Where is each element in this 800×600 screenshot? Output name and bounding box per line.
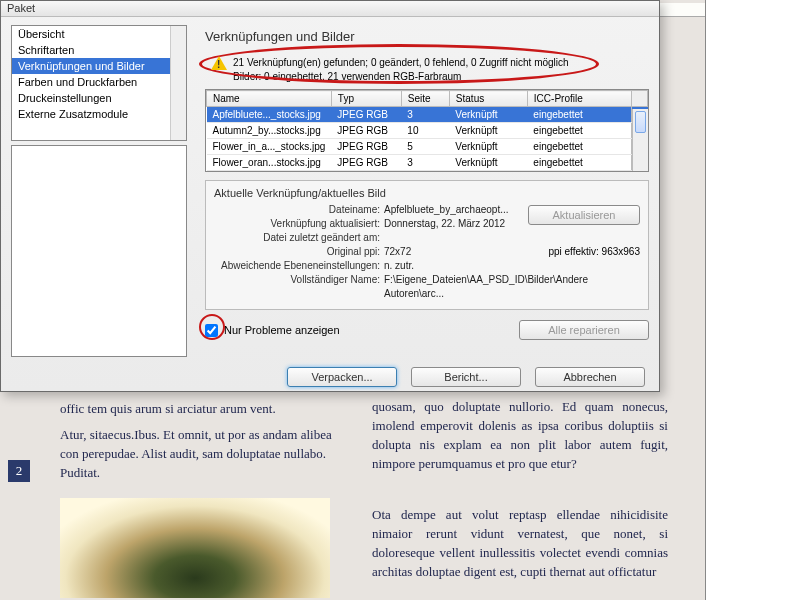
cell-name: Flower_oran...stocks.jpg [207,155,332,171]
cell-typ: JPEG RGB [331,123,401,139]
body-text-left-2: Atur, sitaecus.Ibus. Et omnit, ut por as… [60,426,335,483]
cell-icc: eingebettet [527,123,631,139]
detail-title: Aktuelle Verknüpfung/aktuelles Bild [214,187,640,199]
show-problems-label: Nur Probleme anzeigen [224,324,340,336]
sidebar-item-links[interactable]: Verknüpfungen und Bilder [12,58,186,74]
detail-row: Abweichende Ebeneneinstellungen:n. zutr. [214,259,640,273]
detail-ppi-effective: ppi effektiv: 963x963 [548,245,640,259]
cell-status: Verknüpft [449,155,527,171]
sidebar-list[interactable]: Übersicht Schriftarten Verknüpfungen und… [11,25,187,141]
table-row[interactable]: Flower_oran...stocks.jpgJPEG RGB3Verknüp… [207,155,648,171]
page-edge [705,0,800,600]
cell-icc: eingebettet [527,139,631,155]
body-text-left-1: offic tem quis arum si arciatur arum ven… [60,400,335,419]
cell-status: Verknüpft [449,123,527,139]
sidebar-item-colors[interactable]: Farben und Druckfarben [12,74,186,90]
repair-all-button[interactable]: Alle reparieren [519,320,649,340]
report-button[interactable]: Bericht... [411,367,521,387]
col-name[interactable]: Name [207,91,332,107]
col-page[interactable]: Seite [401,91,449,107]
alert-line-2: Bilder: 0 eingebettet, 21 verwenden RGB-… [233,70,649,84]
col-icc[interactable]: ICC-Profile [527,91,631,107]
table-row[interactable]: Autumn2_by...stocks.jpgJPEG RGB10Verknüp… [207,123,648,139]
body-text-right-2: Ota dempe aut volut reptasp ellendae nih… [372,506,668,581]
detail-value: 72x72 [384,245,488,259]
sidebar-item-fonts[interactable]: Schriftarten [12,42,186,58]
alert-line-1: 21 Verknüpfung(en) gefunden; 0 geändert,… [233,56,649,70]
cell-seite: 3 [401,107,449,123]
detail-row: Vollständiger Name:F:\Eigene_Dateien\AA_… [214,273,640,301]
detail-value: n. zutr. [384,259,640,273]
cell-seite: 3 [401,155,449,171]
detail-label: Datei zuletzt geändert am: [214,231,384,245]
package-button[interactable]: Verpacken... [287,367,397,387]
panel-heading: Verknüpfungen und Bilder [205,25,649,54]
col-type[interactable]: Typ [331,91,401,107]
cell-typ: JPEG RGB [331,139,401,155]
detail-label: Vollständiger Name: [214,273,384,301]
cell-status: Verknüpft [449,107,527,123]
dialog-title[interactable]: Paket [1,1,659,17]
package-dialog: Paket Übersicht Schriftarten Verknüpfung… [0,0,660,392]
cell-icc: eingebettet [527,107,631,123]
detail-label: Dateiname: [214,203,384,217]
detail-label: Verknüpfung aktualisiert: [214,217,384,231]
cell-name: Apfelbluete..._stocks.jpg [207,107,332,123]
sidebar-item-print[interactable]: Druckeinstellungen [12,90,186,106]
show-problems-checkbox[interactable] [205,324,218,337]
cell-typ: JPEG RGB [331,107,401,123]
grid-scrollbar[interactable] [632,109,648,171]
cell-icc: eingebettet [527,155,631,171]
detail-label: Original ppi: [214,245,384,259]
alert-summary: 21 Verknüpfung(en) gefunden; 0 geändert,… [205,54,649,89]
sidebar-item-plugins[interactable]: Externe Zusatzmodule [12,106,186,122]
links-grid[interactable]: Name Typ Seite Status ICC-Profile Apfelb… [205,89,649,172]
page-number: 2 [8,460,30,482]
cell-name: Flower_in_a..._stocks.jpg [207,139,332,155]
table-row[interactable]: Flower_in_a..._stocks.jpgJPEG RGB5Verknü… [207,139,648,155]
dialog-button-row: Verpacken... Bericht... Abbrechen [1,357,659,397]
detail-value: F:\Eigene_Dateien\AA_PSD_ID\Bilder\Ander… [384,273,640,301]
table-row[interactable]: Apfelbluete..._stocks.jpgJPEG RGB3Verknü… [207,107,648,123]
detail-value [384,231,640,245]
sidebar-scrollbar[interactable] [170,26,186,140]
cell-status: Verknüpft [449,139,527,155]
cell-name: Autumn2_by...stocks.jpg [207,123,332,139]
placed-image [60,498,330,598]
col-status[interactable]: Status [449,91,527,107]
body-text-right-1: quosam, quo doluptate nullorio. Ed quam … [372,398,668,473]
sidebar-empty-list [11,145,187,357]
detail-row: Datei zuletzt geändert am: [214,231,640,245]
dialog-sidebar: Übersicht Schriftarten Verknüpfungen und… [11,25,187,357]
detail-label: Abweichende Ebeneneinstellungen: [214,259,384,273]
detail-row: Original ppi:72x72ppi effektiv: 963x963 [214,245,640,259]
cell-seite: 5 [401,139,449,155]
sidebar-item-overview[interactable]: Übersicht [12,26,186,42]
detail-box: Aktuelle Verknüpfung/aktuelles Bild Aktu… [205,180,649,310]
grid-scroll-thumb[interactable] [635,111,646,133]
update-button[interactable]: Aktualisieren [528,205,640,225]
warning-icon [211,56,227,70]
cell-seite: 10 [401,123,449,139]
dialog-main: Verknüpfungen und Bilder 21 Verknüpfung(… [187,25,649,357]
cancel-button[interactable]: Abbrechen [535,367,645,387]
grid-scroll-header [632,91,648,107]
cell-typ: JPEG RGB [331,155,401,171]
show-problems-row: Nur Probleme anzeigen Alle reparieren [205,320,649,340]
